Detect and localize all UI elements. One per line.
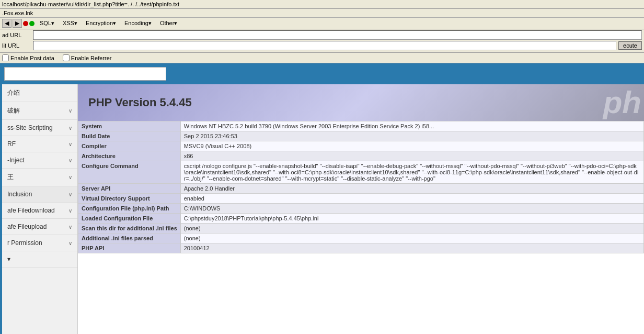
chevron-down-icon: ∨ bbox=[68, 192, 72, 197]
chevron-down-icon: ∨ bbox=[68, 224, 72, 230]
table-cell-value: Apache 2.0 Handler bbox=[180, 184, 643, 194]
menu-other[interactable]: Other▾ bbox=[157, 19, 181, 28]
table-cell-key: Configuration File (php.ini) Path bbox=[78, 204, 181, 214]
blue-header-right bbox=[167, 63, 644, 84]
url-area: ad URL lit URL ecute bbox=[0, 29, 644, 53]
sidebar-item-intro[interactable]: 介绍 bbox=[2, 84, 77, 102]
chevron-down-icon: ∨ bbox=[68, 158, 72, 163]
menu-xss[interactable]: XSS▾ bbox=[60, 19, 80, 28]
browser-url-bar: localhost/pikachu-master/vul/dir/dir_lis… bbox=[0, 0, 644, 9]
table-cell-key: Architecture bbox=[78, 151, 181, 161]
table-cell-value: C:\phpstduy2018\PHPTutorial\php\php-5.4.… bbox=[180, 214, 643, 224]
toolbar-left: ◀ ▶ bbox=[2, 19, 34, 28]
table-row: PHP API20100412 bbox=[78, 243, 644, 253]
chevron-down-icon: ∨ bbox=[68, 141, 72, 147]
edit-url-row: lit URL ecute bbox=[2, 41, 642, 50]
blue-header-input-area bbox=[0, 61, 167, 87]
sidebar-item-fileupload[interactable]: afe Fileupload ∨ bbox=[2, 219, 77, 235]
edit-url-input[interactable] bbox=[33, 41, 616, 50]
sidebar-item-inject[interactable]: -Inject ∨ bbox=[2, 152, 77, 169]
sidebar-item-wang[interactable]: 王 ∨ bbox=[2, 169, 77, 186]
table-cell-key: Configure Command bbox=[78, 161, 181, 184]
chevron-down-icon: ∨ bbox=[68, 208, 72, 214]
referrer-label: Enable Referrer bbox=[71, 55, 112, 61]
table-cell-key: System bbox=[78, 121, 181, 131]
table-cell-value: cscript /nologo configure.js "--enable-s… bbox=[180, 161, 643, 184]
table-row: Architecturex86 bbox=[78, 151, 644, 161]
table-cell-key: PHP API bbox=[78, 243, 181, 253]
window-title-bar: .Fox.exe.lnk bbox=[0, 9, 644, 18]
table-cell-key: Scan this dir for additional .ini files bbox=[78, 224, 181, 233]
table-cell-value: enabled bbox=[180, 194, 643, 204]
table-row: Loaded Configuration FileC:\phpstduy2018… bbox=[78, 214, 644, 224]
table-row: Build DateSep 2 2015 23:46:53 bbox=[78, 131, 644, 141]
sidebar-item-inclusion-label: Inclusion bbox=[7, 191, 32, 198]
sidebar-item-permission-label: r Permission bbox=[7, 239, 42, 247]
table-cell-key: Compiler bbox=[78, 141, 181, 151]
table-row: Server APIApache 2.0 Handler bbox=[78, 184, 644, 194]
sidebar: 介绍 破解 ∨ ss-Site Scripting ∨ RF ∨ -Inject… bbox=[2, 84, 78, 334]
sidebar-item-inject-label: -Inject bbox=[7, 157, 25, 164]
menu-sql[interactable]: SQL▾ bbox=[37, 19, 58, 28]
table-cell-value: C:\WINDOWS bbox=[180, 204, 643, 214]
sidebar-item-crack[interactable]: 破解 ∨ bbox=[2, 102, 77, 120]
main-content: 介绍 破解 ∨ ss-Site Scripting ∨ RF ∨ -Inject… bbox=[0, 84, 644, 334]
sidebar-item-crack-label: 破解 bbox=[7, 106, 20, 115]
blue-header bbox=[0, 63, 644, 84]
table-row: SystemWindows NT HBZC 5.2 build 3790 (Wi… bbox=[78, 121, 644, 131]
sidebar-item-filedownload-label: afe Filedownload bbox=[7, 207, 55, 214]
sidebar-item-more-label: ▾ bbox=[7, 255, 10, 263]
toolbar: ◀ ▶ SQL▾ XSS▾ Encryption▾ Encoding▾ Othe… bbox=[0, 18, 644, 29]
dot-red-icon bbox=[23, 21, 28, 26]
table-row: Virtual Directory Supportenabled bbox=[78, 194, 644, 204]
blue-header-search-input[interactable] bbox=[4, 67, 166, 81]
sidebar-item-xss-label: ss-Site Scripting bbox=[7, 124, 53, 131]
nav-back-button[interactable]: ◀ bbox=[2, 19, 12, 28]
php-info-table: SystemWindows NT HBZC 5.2 build 3790 (Wi… bbox=[78, 121, 644, 253]
table-cell-key: Virtual Directory Support bbox=[78, 194, 181, 204]
sidebar-item-wang-label: 王 bbox=[7, 173, 14, 182]
sidebar-item-fileupload-label: afe Fileupload bbox=[7, 223, 47, 230]
table-row: Scan this dir for additional .ini files(… bbox=[78, 224, 644, 233]
table-row: Additional .ini files parsed(none) bbox=[78, 233, 644, 243]
table-row: CompilerMSVC9 (Visual C++ 2008) bbox=[78, 141, 644, 151]
php-version-text: PHP Version 5.4.45 bbox=[88, 96, 192, 109]
php-logo: ph bbox=[603, 84, 644, 121]
browser-url-text: localhost/pikachu-master/vul/dir/dir_lis… bbox=[2, 1, 179, 7]
table-cell-value: (none) bbox=[180, 233, 643, 243]
right-content: PHP Version 5.4.45 ph SystemWindows NT H… bbox=[78, 84, 644, 334]
sidebar-item-rf[interactable]: RF ∨ bbox=[2, 136, 77, 152]
window-title-text: .Fox.exe.lnk bbox=[2, 10, 33, 16]
chevron-down-icon: ∨ bbox=[68, 174, 72, 180]
table-cell-value: 20100412 bbox=[180, 243, 643, 253]
edit-url-label: lit URL bbox=[2, 42, 31, 49]
post-data-label: Enable Post data bbox=[10, 55, 54, 61]
table-cell-value: Sep 2 2015 23:46:53 bbox=[180, 131, 643, 141]
sidebar-item-permission[interactable]: r Permission ∨ bbox=[2, 235, 77, 251]
sidebar-item-more[interactable]: ▾ bbox=[2, 251, 77, 268]
sidebar-item-xss[interactable]: ss-Site Scripting ∨ bbox=[2, 120, 77, 136]
sidebar-item-intro-label: 介绍 bbox=[7, 88, 20, 97]
sidebar-item-inclusion[interactable]: Inclusion ∨ bbox=[2, 186, 77, 203]
execute-button[interactable]: ecute bbox=[618, 41, 642, 50]
load-url-label: ad URL bbox=[2, 32, 31, 38]
sidebar-item-filedownload[interactable]: afe Filedownload ∨ bbox=[2, 203, 77, 219]
table-cell-value: Windows NT HBZC 5.2 build 3790 (Windows … bbox=[180, 121, 643, 131]
chevron-down-icon: ∨ bbox=[68, 108, 72, 114]
nav-forward-button[interactable]: ▶ bbox=[13, 19, 22, 28]
chevron-down-icon: ∨ bbox=[68, 240, 72, 246]
load-url-row: ad URL bbox=[2, 30, 642, 40]
table-cell-key: Build Date bbox=[78, 131, 181, 141]
sidebar-item-rf-label: RF bbox=[7, 140, 16, 148]
dot-green-icon bbox=[29, 21, 34, 26]
table-row: Configuration File (php.ini) PathC:\WIND… bbox=[78, 204, 644, 214]
php-version-header: PHP Version 5.4.45 ph bbox=[78, 84, 644, 121]
table-cell-value: (none) bbox=[180, 224, 643, 233]
chevron-down-icon: ∨ bbox=[68, 125, 72, 131]
load-url-input[interactable] bbox=[33, 30, 642, 40]
table-cell-key: Additional .ini files parsed bbox=[78, 233, 181, 243]
menu-encryption[interactable]: Encryption▾ bbox=[83, 19, 119, 28]
menu-encoding[interactable]: Encoding▾ bbox=[121, 19, 155, 28]
table-cell-key: Server API bbox=[78, 184, 181, 194]
table-cell-key: Loaded Configuration File bbox=[78, 214, 181, 224]
